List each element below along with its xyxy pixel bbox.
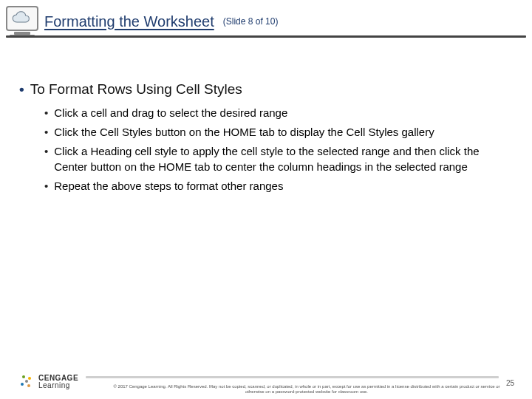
page-number: 25 <box>506 379 514 387</box>
header: Formatting the Worksheet (Slide 8 of 10) <box>6 6 526 37</box>
top-point-text: To Format Rows Using Cell Styles <box>30 81 242 98</box>
slide-title: Formatting the Worksheet <box>44 13 214 30</box>
title-rule <box>6 35 526 38</box>
bullet-icon: • <box>19 82 24 96</box>
bullet-icon: • <box>44 178 48 194</box>
slide: Formatting the Worksheet (Slide 8 of 10)… <box>0 0 532 399</box>
brand-mark-icon <box>21 375 34 389</box>
brand-text: CENGAGE Learning <box>38 375 78 389</box>
list-item: • Click a Heading cell style to apply th… <box>44 143 513 176</box>
monitor-frame-icon <box>6 6 38 31</box>
sub-bullet-list: • Click a cell and drag to select the de… <box>44 105 513 194</box>
list-item: • Click the Cell Styles button on the HO… <box>44 124 513 140</box>
bullet-icon: • <box>44 124 48 140</box>
brand-logo: CENGAGE Learning <box>21 375 78 389</box>
monitor-icon-column <box>6 6 38 37</box>
cloud-icon <box>10 10 35 27</box>
bullet-icon: • <box>44 105 48 121</box>
top-bullet-row: • To Format Rows Using Cell Styles <box>19 81 513 98</box>
list-item-text: Repeat the above steps to format other r… <box>54 178 283 194</box>
list-item-text: Click a Heading cell style to apply the … <box>54 143 513 176</box>
copyright-text: © 2017 Cengage Learning. All Rights Rese… <box>111 384 502 395</box>
slide-body: • To Format Rows Using Cell Styles • Cli… <box>19 81 513 197</box>
list-item: • Click a cell and drag to select the de… <box>44 105 513 121</box>
slide-counter: (Slide 8 of 10) <box>223 16 279 27</box>
list-item: • Repeat the above steps to format other… <box>44 178 513 194</box>
list-item-text: Click a cell and drag to select the desi… <box>54 105 287 121</box>
brand-line2: Learning <box>38 382 78 389</box>
bullet-icon: • <box>44 143 48 176</box>
list-item-text: Click the Cell Styles button on the HOME… <box>54 124 434 140</box>
footer-rule <box>86 376 499 378</box>
